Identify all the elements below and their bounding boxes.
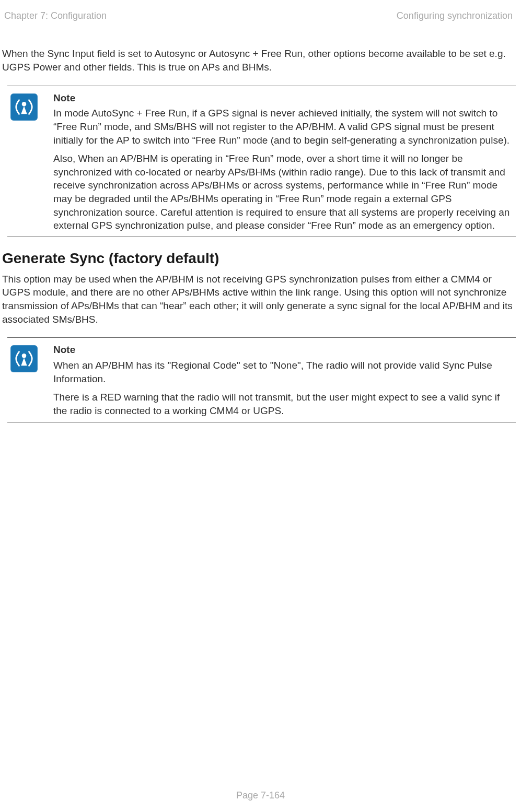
page-footer: Page 7-164	[0, 789, 521, 802]
note-para-1: In mode AutoSync + Free Run, if a GPS si…	[53, 107, 512, 147]
note-text: Note In mode AutoSync + Free Run, if a G…	[53, 91, 516, 233]
note-text: Note When an AP/BHM has its "Regional Co…	[53, 343, 516, 418]
note-para-1: When an AP/BHM has its "Regional Code" s…	[53, 359, 512, 385]
note-icon-cell	[7, 91, 53, 233]
note-heading: Note	[53, 343, 512, 357]
page-header: Chapter 7: Configuration Configuring syn…	[0, 9, 521, 22]
note-para-2: There is a RED warning that the radio wi…	[53, 391, 512, 417]
note-icon-cell	[7, 343, 53, 418]
note-para-2: Also, When an AP/BHM is operating in “Fr…	[53, 152, 512, 232]
note-icon	[10, 345, 38, 372]
svg-point-0	[22, 102, 27, 107]
intro-paragraph: When the Sync Input field is set to Auto…	[0, 47, 521, 74]
antenna-person-icon	[14, 97, 34, 117]
svg-point-1	[22, 354, 27, 358]
header-right: Configuring synchronization	[397, 9, 513, 22]
note-icon	[10, 93, 38, 121]
note-block-1: Note In mode AutoSync + Free Run, if a G…	[7, 86, 516, 237]
antenna-person-icon	[14, 349, 34, 369]
note-block-2: Note When an AP/BHM has its "Regional Co…	[7, 337, 516, 422]
section-heading: Generate Sync (factory default)	[0, 249, 521, 268]
section-body: This option may be used when the AP/BHM …	[0, 273, 521, 326]
header-left: Chapter 7: Configuration	[4, 9, 107, 22]
note-heading: Note	[53, 91, 512, 105]
